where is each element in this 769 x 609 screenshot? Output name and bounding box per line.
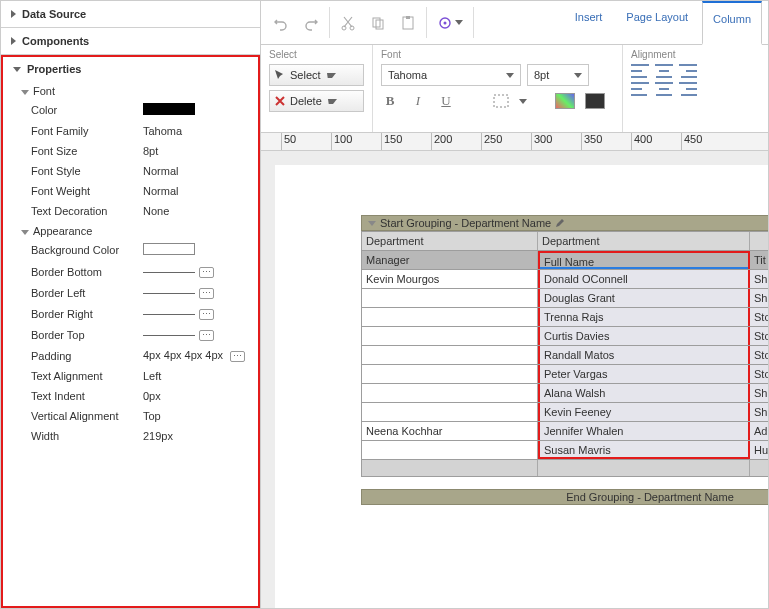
prop-font-family[interactable]: Font FamilyTahoma bbox=[3, 121, 258, 141]
cell-manager[interactable] bbox=[362, 327, 538, 345]
cell-fullname[interactable]: Douglas Grant bbox=[538, 289, 750, 307]
prop-text-alignment[interactable]: Text AlignmentLeft bbox=[3, 366, 258, 386]
prop-font-weight[interactable]: Font WeightNormal bbox=[3, 181, 258, 201]
prop-font-size[interactable]: Font Size8pt bbox=[3, 141, 258, 161]
prop-color[interactable]: Color bbox=[3, 99, 258, 121]
cell-extra[interactable]: Sh bbox=[750, 384, 768, 402]
align-middle-button[interactable] bbox=[655, 64, 673, 78]
prop-font-style[interactable]: Font StyleNormal bbox=[3, 161, 258, 181]
cell-manager[interactable] bbox=[362, 384, 538, 402]
border-dropdown[interactable] bbox=[519, 99, 527, 104]
ellipsis-icon[interactable]: ⋯ bbox=[199, 330, 214, 341]
cell-manager[interactable] bbox=[362, 308, 538, 326]
cell-manager[interactable] bbox=[362, 403, 538, 421]
prop-width[interactable]: Width219px bbox=[3, 426, 258, 446]
tab-column[interactable]: Column bbox=[702, 1, 762, 45]
col-header[interactable]: Department bbox=[538, 232, 750, 250]
prop-bg-color[interactable]: Background Color bbox=[3, 239, 258, 261]
font-color-button[interactable] bbox=[585, 93, 605, 109]
cell-manager[interactable]: Kevin Mourgos bbox=[362, 270, 538, 288]
undo-button[interactable] bbox=[267, 1, 295, 44]
align-bottom-button[interactable] bbox=[679, 64, 697, 78]
cell-manager[interactable] bbox=[362, 365, 538, 383]
tab-page-layout[interactable]: Page Layout bbox=[616, 1, 698, 44]
font-family-combo[interactable]: Tahoma bbox=[381, 64, 521, 86]
table-row[interactable]: Trenna RajsSto bbox=[362, 307, 768, 326]
tab-insert[interactable]: Insert bbox=[565, 1, 613, 44]
panel-components[interactable]: Components bbox=[1, 28, 260, 55]
paste-button[interactable] bbox=[394, 1, 422, 44]
cell-fullname[interactable]: Kevin Feeney bbox=[538, 403, 750, 421]
cell-fullname[interactable]: Peter Vargas bbox=[538, 365, 750, 383]
cell-extra[interactable]: Ad bbox=[750, 422, 768, 440]
cell-fullname[interactable]: Curtis Davies bbox=[538, 327, 750, 345]
cell-fullname[interactable]: Susan Mavris bbox=[538, 441, 750, 459]
design-canvas[interactable]: S Start Grouping - Department Name Depar… bbox=[261, 151, 768, 608]
ellipsis-icon[interactable]: ⋯ bbox=[199, 309, 214, 320]
cell-extra[interactable]: Sh bbox=[750, 403, 768, 421]
group-appearance[interactable]: Appearance bbox=[3, 221, 258, 239]
cell-extra[interactable]: Hu bbox=[750, 441, 768, 459]
cell-extra[interactable]: Sto bbox=[750, 327, 768, 345]
cell-fullname[interactable]: Randall Matos bbox=[538, 346, 750, 364]
table-row[interactable]: Randall MatosSto bbox=[362, 345, 768, 364]
table-row[interactable]: Neena KochharJennifer WhalenAd bbox=[362, 421, 768, 440]
report-page[interactable]: S Start Grouping - Department Name Depar… bbox=[275, 165, 768, 608]
font-size-combo[interactable]: 8pt bbox=[527, 64, 589, 86]
cell-manager[interactable] bbox=[362, 289, 538, 307]
panel-properties-header[interactable]: Properties bbox=[3, 57, 258, 81]
cell-extra[interactable]: Sto bbox=[750, 365, 768, 383]
start-group-bar[interactable]: Start Grouping - Department Name bbox=[361, 215, 768, 231]
cell-fullname[interactable]: Jennifer Whalen bbox=[538, 422, 750, 440]
prop-border-bottom[interactable]: Border Bottom⋯ bbox=[3, 261, 258, 282]
table-row[interactable]: Kevin FeeneySh bbox=[362, 402, 768, 421]
table-row[interactable]: Kevin MourgosDonald OConnellSh bbox=[362, 269, 768, 288]
prop-border-right[interactable]: Border Right⋯ bbox=[3, 303, 258, 324]
cell-fullname[interactable]: Alana Walsh bbox=[538, 384, 750, 402]
align-top-button[interactable] bbox=[631, 64, 649, 78]
cell-manager[interactable] bbox=[362, 346, 538, 364]
table-row[interactable]: Susan MavrisHu bbox=[362, 440, 768, 459]
align-right-button[interactable] bbox=[679, 82, 697, 96]
cell-extra[interactable]: Sto bbox=[750, 308, 768, 326]
group-font[interactable]: Font bbox=[3, 81, 258, 99]
border-icon[interactable] bbox=[493, 94, 509, 108]
align-center-button[interactable] bbox=[655, 82, 673, 96]
align-left-button[interactable] bbox=[631, 82, 649, 96]
fill-color-button[interactable] bbox=[555, 93, 575, 109]
col-header[interactable] bbox=[750, 232, 768, 250]
table-row[interactable]: Douglas GrantSh bbox=[362, 288, 768, 307]
cell-manager[interactable] bbox=[362, 441, 538, 459]
table-row[interactable]: Curtis DaviesSto bbox=[362, 326, 768, 345]
select-button[interactable]: Select bbox=[269, 64, 364, 86]
col-header[interactable]: Department bbox=[362, 232, 538, 250]
underline-button[interactable]: U bbox=[437, 92, 455, 110]
cell-extra[interactable]: Sh bbox=[750, 270, 768, 288]
prop-border-top[interactable]: Border Top⋯ bbox=[3, 324, 258, 345]
panel-data-source[interactable]: Data Source bbox=[1, 1, 260, 28]
col-subheader[interactable]: Manager bbox=[362, 251, 538, 269]
italic-button[interactable]: I bbox=[409, 92, 427, 110]
cell-extra[interactable]: Sh bbox=[750, 289, 768, 307]
pencil-icon[interactable] bbox=[555, 218, 565, 228]
col-subheader-selected[interactable]: Full Name bbox=[538, 251, 750, 269]
ellipsis-icon[interactable]: ⋯ bbox=[199, 267, 214, 278]
prop-text-indent[interactable]: Text Indent0px bbox=[3, 386, 258, 406]
prop-vertical-alignment[interactable]: Vertical AlignmentTop bbox=[3, 406, 258, 426]
table-row[interactable]: Peter VargasSto bbox=[362, 364, 768, 383]
cell-fullname[interactable]: Trenna Rajs bbox=[538, 308, 750, 326]
target-button[interactable] bbox=[431, 1, 469, 44]
bold-button[interactable]: B bbox=[381, 92, 399, 110]
redo-button[interactable] bbox=[297, 1, 325, 44]
delete-button[interactable]: Delete bbox=[269, 90, 364, 112]
prop-border-left[interactable]: Border Left⋯ bbox=[3, 282, 258, 303]
cut-button[interactable] bbox=[334, 1, 362, 44]
col-subheader[interactable]: Tit bbox=[750, 251, 768, 269]
cell-manager[interactable]: Neena Kochhar bbox=[362, 422, 538, 440]
end-group-bar[interactable]: End Grouping - Department Name bbox=[361, 489, 768, 505]
ellipsis-icon[interactable]: ⋯ bbox=[230, 351, 245, 362]
ellipsis-icon[interactable]: ⋯ bbox=[199, 288, 214, 299]
prop-padding[interactable]: Padding4px 4px 4px 4px ⋯ bbox=[3, 345, 258, 366]
table-row[interactable]: Alana WalshSh bbox=[362, 383, 768, 402]
copy-button[interactable] bbox=[364, 1, 392, 44]
